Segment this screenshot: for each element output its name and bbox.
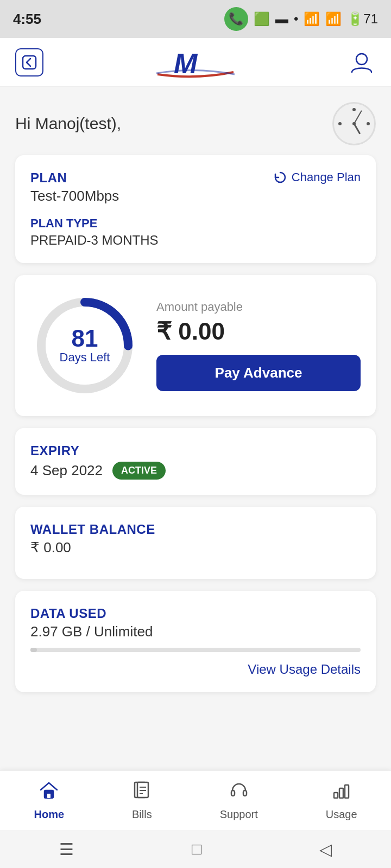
expiry-label: EXPIRY [30,443,361,458]
svg-rect-15 [339,788,343,798]
nav-support[interactable]: Support [220,781,258,821]
battery-icon: 🔋71 [347,11,378,27]
svg-point-2 [356,54,367,65]
greeting-row: Hi Manoj(test), [15,87,376,155]
nav-usage[interactable]: Usage [326,781,357,821]
sim-icon: 🟩 [254,11,270,27]
plan-card: PLAN Test-700Mbps Change Plan PLAN TYPE … [15,155,376,263]
plan-type-label: PLAN TYPE [30,216,361,231]
main-content: Hi Manoj(test), PLAN Test-700Mbps Change… [0,87,391,692]
nav-home[interactable]: Home [34,781,64,821]
dot-icon: • [294,11,298,27]
days-label: Days Left [60,350,110,365]
greeting-text: Hi Manoj(test), [15,114,121,133]
status-bar: 4:55 📞 🟩 ▬ • 📶 📶 🔋71 [0,0,391,38]
signal-icon: 📶 [325,11,342,27]
expiry-row: 4 Sep 2022 ACTIVE [30,462,361,480]
pay-advance-button[interactable]: Pay Advance [156,355,361,391]
donut-chart: 81 Days Left [30,291,139,400]
plan-label: PLAN [30,170,119,186]
app-logo: M [147,46,244,79]
plan-type-value: PREPAID-3 MONTHS [30,233,361,248]
data-used-card: DATA USED 2.97 GB / Unlimited View Usage… [15,591,376,692]
bills-icon [132,781,152,805]
data-used-label: DATA USED [30,606,361,621]
data-used-value: 2.97 GB / Unlimited [30,623,361,640]
svg-rect-6 [47,794,51,798]
days-payment-section: 81 Days Left Amount payable ₹ 0.00 Pay A… [15,275,376,416]
nav-home-label: Home [34,808,64,821]
android-home-btn[interactable]: □ [192,840,201,858]
plan-name: Test-700Mbps [30,188,119,205]
nav-usage-label: Usage [326,808,357,821]
call-icon: 📞 [224,7,248,31]
payment-info: Amount payable ₹ 0.00 Pay Advance [139,300,361,391]
view-usage-button[interactable]: View Usage Details [30,662,361,677]
back-button[interactable] [15,48,43,76]
wifi-icon: 📶 [304,11,320,27]
home-icon [39,781,59,805]
svg-rect-13 [243,790,247,796]
svg-text:M: M [174,48,198,79]
svg-rect-16 [345,785,349,798]
nav-support-label: Support [220,808,258,821]
svg-rect-0 [23,56,36,69]
bottom-nav: Home Bills Support [0,770,391,830]
nfc-icon: ▬ [275,11,288,27]
change-plan-label: Change Plan [292,170,361,184]
wallet-balance: ₹ 0.00 [30,539,361,556]
expiry-date: 4 Sep 2022 [30,462,103,479]
data-progress-fill [30,648,37,652]
profile-icon[interactable] [348,48,376,76]
usage-icon [332,781,351,805]
amount-value: ₹ 0.00 [156,317,361,345]
android-back-btn[interactable]: ◁ [319,840,332,859]
wallet-label: WALLET BALANCE [30,522,361,537]
svg-rect-12 [231,790,235,796]
svg-rect-14 [334,793,338,798]
change-plan-button[interactable]: Change Plan [273,170,361,184]
support-icon [229,781,249,805]
android-nav: ☰ □ ◁ [0,830,391,868]
nav-bills[interactable]: Bills [132,781,152,821]
amount-payable-label: Amount payable [156,300,361,314]
android-menu-btn[interactable]: ☰ [59,840,74,859]
donut-center: 81 Days Left [60,327,110,365]
nav-bills-label: Bills [132,808,152,821]
plan-info: PLAN Test-700Mbps [30,170,119,212]
clock-widget [332,102,376,145]
expiry-card: EXPIRY 4 Sep 2022 ACTIVE [15,428,376,495]
plan-header-row: PLAN Test-700Mbps Change Plan [30,170,361,212]
active-badge: ACTIVE [112,462,166,480]
days-count: 81 [60,327,110,350]
status-icons: 📞 🟩 ▬ • 📶 📶 🔋71 [224,7,378,31]
app-header: M [0,38,391,87]
wallet-card: WALLET BALANCE ₹ 0.00 [15,507,376,579]
status-time: 4:55 [13,11,41,28]
data-progress-bar [30,648,361,652]
